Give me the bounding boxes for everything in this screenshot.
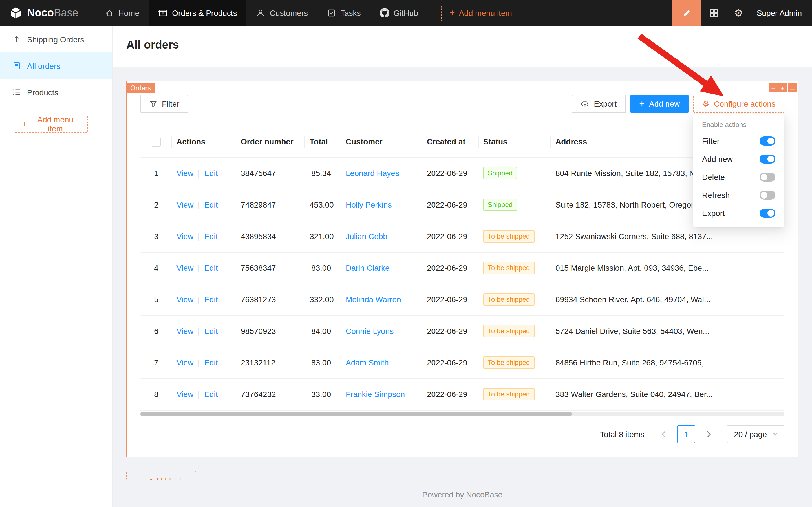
add-block-clipped: + Add block	[126, 471, 196, 480]
filter-button[interactable]: Filter	[140, 95, 188, 113]
list-icon	[12, 88, 21, 97]
filter-toggle[interactable]	[760, 136, 775, 146]
block-drag-icon[interactable]: +	[768, 83, 777, 93]
row-index-cell: 2	[140, 189, 172, 221]
pagination-next-button[interactable]	[699, 425, 717, 443]
order-number-cell: 73764232	[236, 379, 305, 410]
sidebar-item-shipping-orders[interactable]: Shipping Orders	[0, 26, 112, 52]
add-new-toggle[interactable]	[760, 155, 775, 164]
edit-link[interactable]: Edit	[204, 390, 218, 399]
export-toggle[interactable]	[760, 209, 775, 218]
customer-link[interactable]: Darin Clarke	[346, 263, 390, 272]
dropdown-item-delete[interactable]: Delete	[693, 168, 785, 186]
page-size-select[interactable]: 20 / page	[727, 425, 785, 443]
pagination-prev-button[interactable]	[654, 425, 673, 443]
edit-link[interactable]: Edit	[204, 232, 218, 241]
view-link[interactable]: View	[176, 327, 193, 336]
nav-item-customers[interactable]: Customers	[247, 0, 317, 26]
chevron-right-icon	[706, 431, 711, 437]
logo-text-primary: Noco	[27, 7, 54, 19]
dropdown-item-export[interactable]: Export	[693, 204, 785, 222]
edit-link[interactable]: Edit	[204, 263, 218, 272]
add-new-button[interactable]: + Add new	[630, 95, 689, 113]
vertical-divider	[198, 328, 199, 336]
nav-item-tasks[interactable]: Tasks	[317, 0, 370, 26]
block-menu-icon[interactable]: ☰	[788, 83, 797, 93]
view-link[interactable]: View	[176, 295, 193, 304]
ui-editor-button[interactable]	[672, 0, 701, 26]
address-cell: 383 Walter Gardens, Suite 040, 24947, Be…	[551, 379, 785, 410]
cloud-upload-icon	[581, 100, 589, 108]
sidebar-item-products[interactable]: Products	[0, 79, 112, 106]
page-size-value: 20 / page	[734, 430, 767, 439]
created-at-cell: 2022-06-29	[422, 315, 479, 347]
customer-link[interactable]: Leonard Hayes	[346, 169, 399, 178]
customer-link[interactable]: Connie Lyons	[346, 327, 394, 336]
edit-link[interactable]: Edit	[204, 295, 218, 304]
order-number-cell: 74829847	[236, 189, 305, 221]
order-number-cell: 75638347	[236, 252, 305, 284]
export-button[interactable]: Export	[572, 95, 626, 113]
customer-link[interactable]: Frankie Simpson	[346, 390, 405, 399]
customer-link[interactable]: Adam Smith	[346, 358, 389, 367]
customer-link[interactable]: Julian Cobb	[346, 232, 387, 241]
vertical-divider	[198, 360, 199, 367]
edit-link[interactable]: Edit	[204, 200, 218, 209]
view-link[interactable]: View	[176, 232, 193, 241]
navbar-add-menu-item-button[interactable]: + Add menu item	[441, 4, 520, 21]
delete-toggle[interactable]	[760, 173, 775, 182]
configure-actions-button[interactable]: ⚙ Configure actions	[693, 95, 785, 113]
customers-icon	[256, 8, 265, 17]
row-index: 7	[154, 358, 159, 367]
vertical-divider	[198, 265, 199, 272]
status-tag: To be shipped	[483, 230, 534, 242]
plugin-manager-button[interactable]	[701, 0, 726, 26]
view-link[interactable]: View	[176, 263, 193, 272]
nav-item-label: Customers	[270, 8, 308, 17]
horizontal-scrollbar-thumb[interactable]	[140, 411, 572, 416]
orders-products-icon	[159, 8, 168, 17]
view-link[interactable]: View	[176, 390, 193, 399]
dropdown-item-add-new[interactable]: Add new	[693, 150, 785, 168]
view-link[interactable]: View	[176, 169, 193, 178]
status-tag: To be shipped	[483, 356, 534, 369]
actions-cell: ViewEdit	[172, 252, 236, 284]
nav-item-github[interactable]: GitHub	[370, 0, 428, 26]
powered-by-footer: Powered by NocoBase	[126, 490, 799, 499]
sidebar-add-menu-item-button[interactable]: + Add menu item	[13, 116, 88, 132]
grid-icon	[709, 8, 718, 17]
pagination: Total 8 items 1 20 / page	[140, 425, 785, 443]
nav-item-orders-products[interactable]: Orders & Products	[149, 0, 246, 26]
edit-link[interactable]: Edit	[204, 169, 218, 178]
address-cell: 015 Margie Mission, Apt. 093, 34936, Ebe…	[551, 252, 785, 284]
select-all-checkbox[interactable]	[152, 137, 161, 147]
edit-link[interactable]: Edit	[204, 327, 218, 336]
customer-link[interactable]: Holly Perkins	[346, 200, 392, 209]
nocobase-logo[interactable]: NocoBase	[0, 0, 88, 26]
view-link[interactable]: View	[176, 358, 193, 367]
refresh-toggle[interactable]	[760, 190, 775, 200]
status-cell: To be shipped	[479, 221, 551, 252]
sidebar-item-label: Products	[27, 88, 58, 97]
actions-cell: ViewEdit	[172, 157, 236, 189]
add-block-button[interactable]: + Add block	[126, 471, 196, 480]
filter-funnel-icon	[150, 100, 157, 108]
pagination-page-1[interactable]: 1	[677, 425, 695, 443]
row-index-cell: 1	[140, 157, 172, 189]
settings-gear-button[interactable]: ⚙	[726, 0, 751, 26]
dropdown-item-label: Refresh	[702, 190, 730, 200]
user-name[interactable]: Super Admin	[751, 8, 812, 17]
order-number-cell: 43895834	[236, 221, 305, 252]
sidebar-item-all-orders[interactable]: All orders	[0, 52, 112, 79]
block-add-icon[interactable]: +	[778, 83, 787, 93]
view-link[interactable]: View	[176, 200, 193, 209]
nav-item-home[interactable]: Home	[95, 0, 149, 26]
dropdown-item-filter[interactable]: Filter	[693, 132, 785, 150]
plus-icon: +	[139, 476, 144, 480]
main-nav: Home Orders & Products Customers Tasks	[95, 0, 428, 26]
customer-link[interactable]: Melinda Warren	[346, 295, 401, 304]
dropdown-item-refresh[interactable]: Refresh	[693, 186, 785, 204]
total-cell: 332.00	[305, 284, 341, 315]
row-index: 1	[154, 169, 159, 178]
edit-link[interactable]: Edit	[204, 358, 218, 367]
